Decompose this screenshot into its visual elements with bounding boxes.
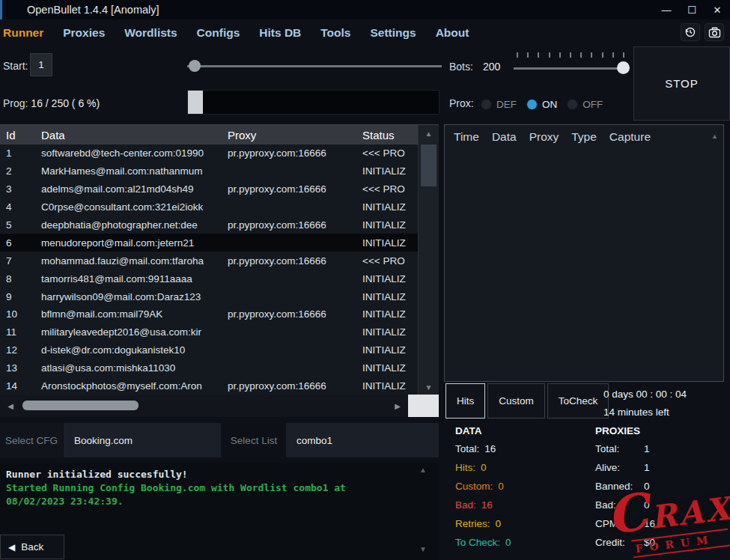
cell-id: 6 — [0, 237, 35, 249]
grid-vertical-scrollbar[interactable]: ▲ ▼ — [418, 125, 439, 395]
start-slider[interactable] — [187, 58, 442, 73]
back-arrow-icon: ◀ — [8, 542, 15, 553]
stop-button[interactable]: STOP — [633, 46, 730, 121]
start-input[interactable]: 1 — [30, 53, 52, 76]
scroll-up-icon[interactable]: ▲ — [419, 125, 439, 141]
cell-data: Aronstockphotos@myself.com:Aron — [35, 380, 225, 392]
stat-row: Total:1 — [595, 443, 655, 462]
table-row[interactable]: 6menudoreport@mail.com:jetern21INITIALIZ — [0, 234, 418, 252]
menu-item-configs[interactable]: Configs — [197, 26, 240, 40]
menu-item-tools[interactable]: Tools — [320, 26, 350, 40]
history-icon[interactable] — [681, 23, 700, 41]
column-header-proxy: Proxy — [225, 129, 361, 141]
window-controls: — ☐ ✕ — [654, 0, 730, 19]
cell-status: INITIALIZ — [361, 291, 416, 302]
close-button[interactable]: ✕ — [705, 0, 730, 19]
grid-vscroll-thumb[interactable] — [421, 144, 437, 186]
menu-item-runner[interactable]: Runner — [3, 26, 43, 40]
cell-id: 14 — [0, 380, 35, 392]
slider-tick — [623, 52, 624, 58]
grid-header: IdDataProxyStatus — [0, 125, 439, 144]
hits-scroll-up-icon[interactable]: ▲ — [711, 133, 718, 140]
grid-hscroll-thumb[interactable] — [22, 401, 139, 410]
data-stats: DATA Total:16Hits:0Custom:0Bad:16Retries… — [455, 425, 511, 556]
tab-tocheck[interactable]: ToCheck — [547, 383, 609, 419]
config-select[interactable]: Booking.com — [64, 423, 221, 457]
cell-status: <<< PRO — [361, 147, 416, 159]
table-row[interactable]: 9harrywilson09@mail.com:Daraz123INITIALI… — [0, 287, 418, 305]
stat-label: Banned: — [595, 481, 639, 492]
back-button[interactable]: ◀ Back — [0, 535, 64, 559]
bots-slider[interactable] — [514, 52, 627, 76]
table-row[interactable]: 5deepbhatia@photographer.net:deepr.pypro… — [0, 216, 418, 234]
menu-item-wordlists[interactable]: Wordlists — [124, 26, 177, 40]
table-row[interactable]: 3adelms@mail.com:al21md04sh49pr.pyproxy.… — [0, 180, 418, 198]
start-slider-track — [187, 65, 442, 67]
table-row[interactable]: 7mohammad.fauzi@mail.com:tfarohapr.pypro… — [0, 252, 418, 270]
scroll-left-icon[interactable]: ◀ — [0, 402, 21, 410]
stat-value: 16 — [644, 518, 655, 529]
maximize-button[interactable]: ☐ — [679, 0, 705, 19]
menu-item-settings[interactable]: Settings — [370, 26, 416, 40]
stat-value: 16 — [484, 443, 496, 454]
screenshot-camera-icon[interactable] — [705, 23, 724, 41]
stat-value: 0 — [496, 518, 502, 529]
cell-id: 8 — [0, 273, 35, 284]
proxy-radio-on[interactable]: ON — [526, 99, 557, 110]
bots-slider-thumb[interactable] — [617, 61, 630, 74]
menu-item-about[interactable]: About — [436, 26, 469, 40]
cell-id: 9 — [0, 291, 35, 302]
grid-hscroll-track[interactable] — [21, 395, 387, 417]
cell-data: MarkHames@mail.com:nathanmum — [35, 165, 225, 177]
cell-id: 11 — [0, 326, 35, 338]
proxy-radio-off[interactable]: OFF — [567, 99, 603, 110]
stat-label: Credit: — [595, 537, 639, 548]
progress-label: Prog: 16 / 250 ( 6 %) — [3, 97, 100, 109]
stat-label: CPM: — [595, 518, 639, 529]
table-row[interactable]: 13atlasi@usa.com:mishka11030INITIALIZ — [0, 359, 418, 377]
log-line: 08/02/2023 23:42:39. — [6, 495, 433, 508]
table-row[interactable]: 4C0rpse@consultant.com:321ei2iokkINITIAL… — [0, 198, 418, 216]
stat-row: Hits:0 — [455, 462, 511, 481]
slider-tick — [591, 52, 592, 58]
menu-bar: RunnerProxiesWordlistsConfigsHits DBTool… — [0, 19, 730, 46]
table-row[interactable]: 14Aronstockphotos@myself.com:Aronpr.pypr… — [0, 377, 418, 395]
cell-data: harrywilson09@mail.com:Daraz123 — [35, 291, 225, 302]
start-slider-thumb[interactable] — [189, 60, 201, 72]
stat-row: Custom:0 — [455, 481, 511, 499]
stat-value: 0 — [644, 481, 650, 492]
stat-value: $0 — [644, 537, 655, 548]
cell-data: tamorris481@mail.com:9911aaaa — [35, 273, 225, 284]
hits-column-data: Data — [492, 130, 517, 144]
cell-status: INITIALIZ — [361, 165, 416, 177]
scroll-right-icon[interactable]: ▶ — [387, 402, 408, 410]
proxy-mode-radios: DEFONOFF — [481, 93, 603, 115]
log-scroll-up-icon[interactable]: ▲ — [419, 466, 427, 474]
table-row[interactable]: 1softwarebd@tech-center.com:01990pr.pypr… — [0, 144, 418, 162]
start-label: Start: — [3, 60, 28, 72]
proxy-radio-def[interactable]: DEF — [481, 99, 517, 110]
cell-id: 7 — [0, 255, 35, 267]
table-row[interactable]: 11militaryleavedept2016@usa.com:kirINITI… — [0, 323, 418, 341]
tab-hits[interactable]: Hits — [445, 383, 485, 419]
table-row[interactable]: 8tamorris481@mail.com:9911aaaaINITIALIZ — [0, 270, 418, 287]
log-scroll-down-icon[interactable]: ▼ — [419, 545, 427, 553]
scroll-down-icon[interactable]: ▼ — [419, 379, 439, 395]
table-row[interactable]: 10bflmn@mail.com:mail79AKpr.pyproxy.com:… — [0, 305, 418, 323]
data-stats-title: DATA — [455, 425, 511, 436]
stat-value: 1 — [644, 462, 650, 473]
minimize-button[interactable]: — — [654, 0, 679, 19]
table-row[interactable]: 2MarkHames@mail.com:nathanmumINITIALIZ — [0, 162, 418, 180]
stat-label: Alive: — [595, 462, 639, 473]
wordlist-select[interactable]: combo1 — [286, 423, 439, 457]
radio-label: DEF — [496, 99, 517, 110]
cell-status: INITIALIZ — [361, 344, 416, 356]
table-row[interactable]: 12d-istek@dr.com:dogukanistek10INITIALIZ — [0, 341, 418, 359]
cell-id: 3 — [0, 183, 35, 195]
title-bar: OpenBullet 1.4.4 [Anomaly] — ☐ ✕ — [0, 0, 730, 19]
menu-item-hits-db[interactable]: Hits DB — [259, 26, 301, 40]
grid-horizontal-scrollbar[interactable]: ◀ ▶ — [0, 395, 408, 417]
tab-custom[interactable]: Custom — [487, 383, 545, 419]
progress-bar-fill — [188, 91, 203, 114]
menu-item-proxies[interactable]: Proxies — [63, 26, 105, 40]
